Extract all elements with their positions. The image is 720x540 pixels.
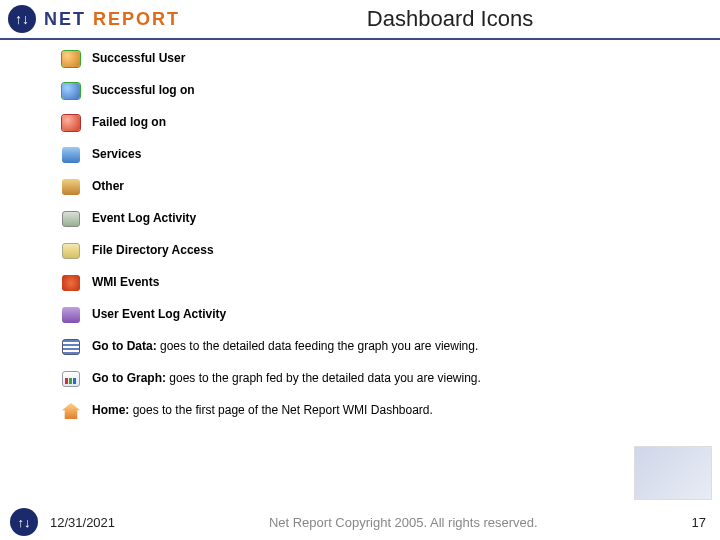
logo-suffix: REPORT <box>93 9 180 29</box>
home-icon <box>60 402 82 420</box>
item-text: Go to Data: goes to the detailed data fe… <box>92 338 478 354</box>
footer-logo-icon: ↑↓ <box>10 508 38 536</box>
list-item: Successful log on <box>60 82 720 100</box>
logo-icon: ↑↓ <box>8 5 36 33</box>
go-to-graph-icon <box>60 370 82 388</box>
list-item: File Directory Access <box>60 242 720 260</box>
file-directory-icon <box>60 242 82 260</box>
list-item: Go to Data: goes to the detailed data fe… <box>60 338 720 356</box>
page-title: Dashboard Icons <box>180 6 720 32</box>
item-text: Home: goes to the first page of the Net … <box>92 402 433 418</box>
icon-legend-list: Successful User Successful log on Failed… <box>0 40 720 420</box>
footer-page-number: 17 <box>692 515 706 530</box>
list-item: Services <box>60 146 720 164</box>
services-icon <box>60 146 82 164</box>
item-text: Successful log on <box>92 82 195 98</box>
wmi-events-icon <box>60 274 82 292</box>
item-text: WMI Events <box>92 274 159 290</box>
list-item: Failed log on <box>60 114 720 132</box>
item-text: File Directory Access <box>92 242 214 258</box>
item-text: Failed log on <box>92 114 166 130</box>
footer-date: 12/31/2021 <box>50 515 115 530</box>
logo-prefix: NET <box>44 9 93 29</box>
item-text: Successful User <box>92 50 185 66</box>
slide-footer: ↑↓ 12/31/2021 Net Report Copyright 2005.… <box>0 504 720 540</box>
list-item: Successful User <box>60 50 720 68</box>
event-log-icon <box>60 210 82 228</box>
item-text: Services <box>92 146 141 162</box>
list-item: Other <box>60 178 720 196</box>
decorative-image <box>634 446 712 500</box>
item-text: Go to Graph: goes to the graph fed by th… <box>92 370 481 386</box>
item-text: User Event Log Activity <box>92 306 226 322</box>
successful-logon-icon <box>60 82 82 100</box>
footer-copyright: Net Report Copyright 2005. All rights re… <box>115 515 691 530</box>
list-item: User Event Log Activity <box>60 306 720 324</box>
other-icon <box>60 178 82 196</box>
list-item: Go to Graph: goes to the graph fed by th… <box>60 370 720 388</box>
successful-user-icon <box>60 50 82 68</box>
item-text: Other <box>92 178 124 194</box>
list-item: WMI Events <box>60 274 720 292</box>
item-text: Event Log Activity <box>92 210 196 226</box>
list-item: Event Log Activity <box>60 210 720 228</box>
go-to-data-icon <box>60 338 82 356</box>
failed-logon-icon <box>60 114 82 132</box>
logo-text: NET REPORT <box>44 9 180 30</box>
slide-header: ↑↓ NET REPORT Dashboard Icons <box>0 0 720 40</box>
user-event-log-icon <box>60 306 82 324</box>
list-item: Home: goes to the first page of the Net … <box>60 402 720 420</box>
